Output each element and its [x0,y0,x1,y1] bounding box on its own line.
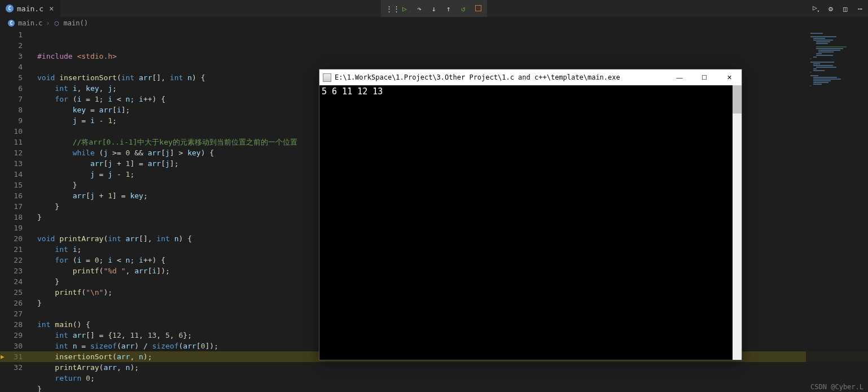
stop-icon[interactable] [474,5,483,13]
console-scrollbar[interactable] [733,85,742,360]
step-into-icon[interactable]: ↓ [429,5,439,13]
console-titlebar[interactable]: E:\1.WorkSpace\1.Project\3.Other Project… [319,69,742,85]
breadcrumb[interactable]: C main.c › ⬡ main() [0,17,868,29]
step-over-icon[interactable]: ↷ [415,5,424,13]
restart-icon[interactable]: ↺ [459,5,468,13]
more-icon[interactable]: ⋯ [856,5,865,13]
continue-icon[interactable]: ▷ [400,5,409,13]
maximize-button[interactable]: ☐ [692,69,717,85]
c-file-icon: C [6,5,14,12]
run-menu-icon[interactable]: ▷▾ [812,3,821,14]
minimize-button[interactable]: — [667,69,692,85]
tab-filename: main.c [17,5,43,13]
debug-toolbar: ⋮⋮ ▷ ↷ ↓ ↑ ↺ [381,0,487,17]
editor-actions: ▷▾ ⚙ ◫ ⋯ [812,0,865,17]
breadcrumb-separator: › [46,19,50,27]
console-output: 5 6 11 12 13 [322,86,383,97]
settings-gear-icon[interactable]: ⚙ [826,5,835,13]
close-button[interactable]: ✕ [717,69,742,85]
tab-bar: C main.c × ⋮⋮ ▷ ↷ ↓ ↑ ↺ ▷▾ ⚙ ◫ ⋯ [0,0,868,17]
line-number-gutter: 1234567891011121314151617181920212223242… [9,29,30,392]
function-symbol-icon: ⬡ [54,20,60,27]
console-title: E:\1.WorkSpace\1.Project\3.Other Project… [335,73,667,81]
scrollbar-thumb[interactable] [733,85,742,114]
console-app-icon [323,73,331,82]
execution-pointer-icon: ▶ [1,353,7,360]
breadcrumb-file[interactable]: main.c [18,19,42,27]
breadcrumb-symbol[interactable]: main() [64,19,88,27]
split-editor-icon[interactable]: ◫ [841,5,850,13]
c-file-icon: C [8,20,15,27]
step-out-icon[interactable]: ↑ [444,5,453,13]
editor-tab-main-c[interactable]: C main.c × [0,0,60,17]
grip-icon[interactable]: ⋮⋮ [385,5,394,13]
console-output-area: 5 6 11 12 13 [319,85,742,360]
console-window: E:\1.WorkSpace\1.Project\3.Other Project… [319,69,742,360]
watermark: CSDN @Cyber.L [810,383,863,391]
close-tab-icon[interactable]: × [47,4,56,13]
breakpoint-gutter[interactable] [0,29,9,392]
